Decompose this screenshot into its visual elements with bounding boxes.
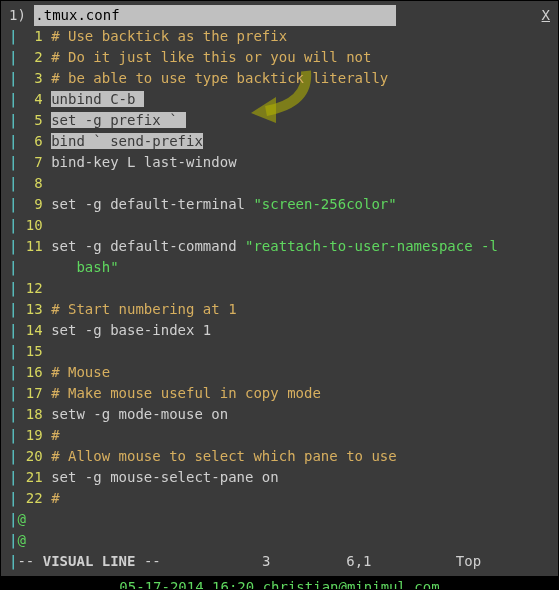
shell-prompt: |@ bbox=[9, 530, 550, 551]
buffer-index: 1) bbox=[9, 7, 34, 23]
buffer-tab-bar: 1) .tmux.conf X bbox=[9, 5, 550, 26]
vim-mode-indicator: VISUAL LINE bbox=[43, 553, 136, 569]
vim-status-line: |-- VISUAL LINE -- 3 6,1 Top bbox=[9, 551, 550, 572]
status-user-host: christian@minimul.com bbox=[263, 579, 440, 590]
code-line-selected: | 5 set -g prefix ` bbox=[9, 110, 550, 131]
terminal-window: 1) .tmux.conf X | 1 # Use backtick as th… bbox=[0, 0, 559, 590]
scroll-position: Top bbox=[456, 553, 481, 569]
code-line: | 1 # Use backtick as the prefix bbox=[9, 26, 550, 47]
code-line: | 13 # Start numbering at 1 bbox=[9, 299, 550, 320]
buffer-filename[interactable]: .tmux.conf bbox=[34, 5, 396, 26]
code-line: | 16 # Mouse bbox=[9, 362, 550, 383]
code-line: | 11 set -g default-command "reattach-to… bbox=[9, 236, 550, 257]
code-line-wrap: | bash" bbox=[9, 257, 550, 278]
code-line: | 20 # Allow mouse to select which pane … bbox=[9, 446, 550, 467]
editor-viewport[interactable]: 1) .tmux.conf X | 1 # Use backtick as th… bbox=[1, 1, 558, 572]
status-datetime: 05-17-2014 16:20 bbox=[119, 579, 254, 590]
code-line: | 18 setw -g mode-mouse on bbox=[9, 404, 550, 425]
shell-prompt: |@ bbox=[9, 509, 550, 530]
code-line: | 2 # Do it just like this or you will n… bbox=[9, 47, 550, 68]
code-line: | 21 set -g mouse-select-pane on bbox=[9, 467, 550, 488]
cursor-position: 6,1 bbox=[346, 553, 371, 569]
code-line: | 22 # bbox=[9, 488, 550, 509]
close-icon[interactable]: X bbox=[542, 5, 550, 26]
code-line: | 12 bbox=[9, 278, 550, 299]
code-line: | 7 bind-key L last-window bbox=[9, 152, 550, 173]
tmux-status-bar: 05-17-2014 16:20 christian@minimul.com bbox=[1, 576, 558, 590]
code-line: | 19 # bbox=[9, 425, 550, 446]
code-line: | 15 bbox=[9, 341, 550, 362]
code-line: | 3 # be able to use type backtick liter… bbox=[9, 68, 550, 89]
code-line: | 14 set -g base-index 1 bbox=[9, 320, 550, 341]
code-line-selected: | 4 unbind C-b bbox=[9, 89, 550, 110]
code-line: | 17 # Make mouse useful in copy mode bbox=[9, 383, 550, 404]
code-line: | 8 bbox=[9, 173, 550, 194]
code-line: | 9 set -g default-terminal "screen-256c… bbox=[9, 194, 550, 215]
code-line: | 10 bbox=[9, 215, 550, 236]
code-line-selected: | 6 bind ` send-prefix bbox=[9, 131, 550, 152]
